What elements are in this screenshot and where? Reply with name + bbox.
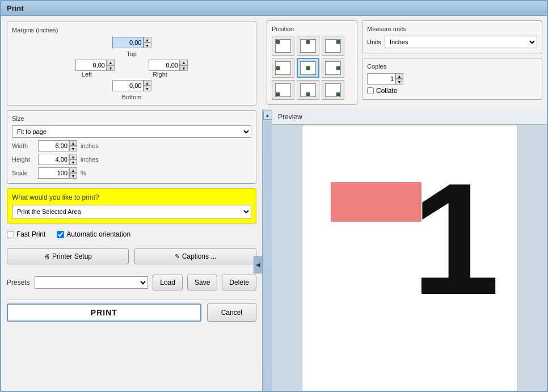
size-dropdown[interactable]: Fit to page [12, 125, 251, 138]
left-label: Left [75, 71, 98, 78]
width-spinner: ▲ ▼ [38, 140, 77, 151]
scroll-arrow-up[interactable]: ▲ [263, 111, 272, 120]
pos-btn-mr[interactable] [322, 58, 344, 78]
print-what-question: What would you like to print? [12, 193, 251, 201]
pos-dot-bl [276, 92, 280, 96]
position-grid [272, 36, 352, 100]
width-spin-down[interactable]: ▼ [69, 146, 77, 151]
pos-btn-mc[interactable] [297, 58, 319, 78]
copies-spinner: ▲ ▼ [367, 73, 537, 85]
copies-input[interactable] [367, 73, 395, 85]
height-input[interactable] [38, 154, 69, 165]
units-label: Units [367, 39, 381, 45]
printer-setup-button[interactable]: 🖨 Printer Setup [7, 248, 129, 264]
right-input[interactable] [149, 60, 180, 71]
units-dropdown[interactable]: Inches [385, 36, 537, 48]
left-spinner-buttons: ▲ ▼ [107, 60, 115, 71]
presets-label: Presets [7, 279, 30, 286]
pos-btn-ml[interactable] [272, 58, 294, 78]
pos-dot-tc [306, 40, 310, 44]
top-input[interactable] [112, 37, 144, 48]
collate-checkbox[interactable] [367, 87, 374, 94]
pos-btn-br[interactable] [322, 80, 344, 100]
pos-btn-bl[interactable] [272, 80, 294, 100]
setup-buttons-row: 🖨 Printer Setup ✎ Captions ... [7, 245, 256, 268]
scroll-track[interactable] [264, 121, 272, 391]
collapse-button[interactable]: ◀ [254, 256, 263, 273]
position-section: Position [267, 20, 357, 105]
print-dialog: Print Margins (inches) ▲ ▼ [0, 0, 548, 392]
measure-section: Measure units Units Inches [362, 20, 542, 53]
bottom-input[interactable] [112, 80, 144, 91]
scale-input[interactable] [38, 167, 69, 179]
print-what-dropdown[interactable]: Print the Selected Area [12, 205, 251, 218]
delete-button[interactable]: Delete [222, 275, 256, 290]
top-spin-up[interactable]: ▲ [144, 37, 151, 43]
save-button[interactable]: Save [187, 275, 217, 290]
margins-label: Margins (inches) [12, 27, 251, 33]
copies-spin-up[interactable]: ▲ [395, 73, 403, 79]
width-unit: inches [81, 142, 99, 149]
pos-dot-tl [276, 40, 280, 44]
right-spin-up[interactable]: ▲ [180, 60, 188, 65]
copies-section: Copies ▲ ▼ Collate [362, 58, 542, 100]
pos-btn-tr[interactable] [322, 36, 344, 56]
fast-print-checkbox[interactable] [7, 231, 14, 238]
preview-canvas: 1 [272, 125, 547, 391]
captions-button[interactable]: ✎ Captions ... [134, 248, 256, 264]
auto-orient-checkbox[interactable] [57, 231, 64, 238]
size-section: Size Fit to page Width ▲ ▼ inches [7, 110, 256, 184]
preview-panel: Preview 1 [272, 109, 547, 391]
measure-copies-col: Measure units Units Inches Copies [362, 20, 542, 105]
pos-btn-tl[interactable] [272, 36, 294, 56]
bottom-spinner: ▲ ▼ [112, 80, 151, 91]
preview-pink-rectangle [331, 182, 421, 222]
vertical-scrollbar[interactable]: ▲ ▼ ◀ [262, 109, 272, 391]
width-input[interactable] [38, 140, 69, 151]
left-spinner: ▲ ▼ [75, 60, 115, 71]
title-bar: Print [1, 1, 547, 16]
height-unit: inches [81, 156, 99, 163]
top-label: Top [120, 50, 143, 57]
pos-btn-tc[interactable] [297, 36, 319, 56]
height-spin-down[interactable]: ▼ [69, 159, 77, 165]
auto-orient-label[interactable]: Automatic orientation [57, 230, 130, 238]
scale-spinner-buttons: ▲ ▼ [69, 167, 77, 179]
preview-label: Preview [272, 109, 547, 125]
bottom-spinner-buttons: ▲ ▼ [144, 80, 151, 91]
scale-spin-up[interactable]: ▲ [69, 167, 77, 173]
preview-paper: 1 [302, 125, 517, 391]
position-label: Position [272, 26, 352, 32]
units-row: Units Inches [367, 36, 537, 48]
dialog-title: Print [7, 4, 24, 12]
height-spinner: ▲ ▼ [38, 154, 77, 165]
bottom-label: Bottom [120, 94, 143, 100]
pos-btn-bc[interactable] [297, 80, 319, 100]
load-button[interactable]: Load [153, 275, 183, 290]
copies-spinner-buttons: ▲ ▼ [395, 73, 403, 85]
left-side: ▲ ▼ Left [75, 60, 115, 78]
presets-dropdown[interactable] [35, 276, 149, 289]
left-spin-down[interactable]: ▼ [107, 65, 115, 71]
print-button[interactable]: PRINT [7, 304, 201, 322]
right-spin-down[interactable]: ▼ [180, 65, 188, 71]
copies-spin-down[interactable]: ▼ [395, 79, 403, 85]
pos-dot-tr [336, 40, 340, 44]
bottom-spin-down[interactable]: ▼ [144, 86, 151, 91]
left-input[interactable] [75, 60, 107, 71]
width-spinner-buttons: ▲ ▼ [69, 140, 77, 151]
scale-spin-down[interactable]: ▼ [69, 173, 77, 179]
margins-grid: ▲ ▼ Top ▲ ▼ [12, 37, 251, 100]
left-spin-up[interactable]: ▲ [107, 60, 115, 65]
presets-row: Presets Load Save Delete [7, 272, 256, 293]
right-side: ▲ ▼ Right [149, 60, 188, 78]
cancel-button[interactable]: Cancel [207, 304, 256, 322]
top-spin-down[interactable]: ▼ [144, 43, 151, 48]
bottom-spin-up[interactable]: ▲ [144, 80, 151, 86]
print-what-box: What would you like to print? Print the … [7, 188, 256, 224]
fast-print-label[interactable]: Fast Print [7, 230, 45, 238]
scale-unit: % [81, 170, 86, 176]
height-spin-up[interactable]: ▲ [69, 154, 77, 159]
scale-row: Scale ▲ ▼ % [12, 167, 251, 179]
width-spin-up[interactable]: ▲ [69, 140, 77, 146]
